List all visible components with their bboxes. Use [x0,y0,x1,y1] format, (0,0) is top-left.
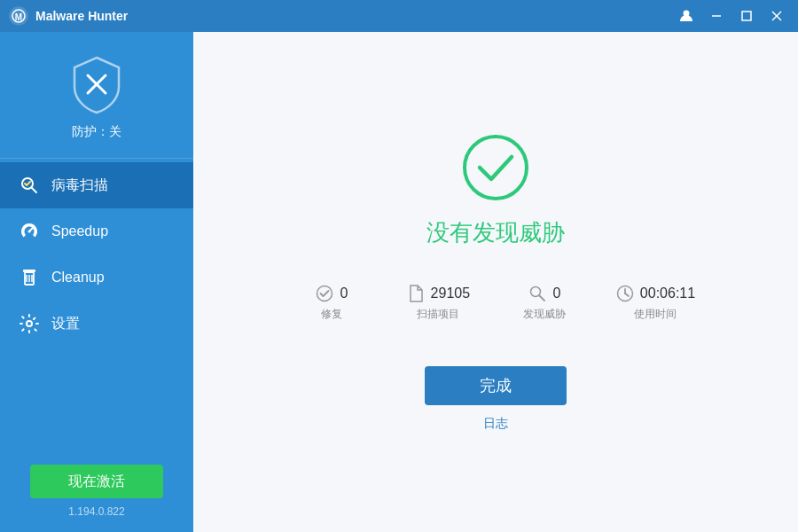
scanned-label: 扫描项目 [417,307,459,322]
protection-section: 防护：关 [0,32,193,159]
cleanup-icon [18,266,41,289]
svg-point-20 [465,137,527,199]
time-label: 使用时间 [634,307,677,322]
cleanup-label: Cleanup [51,270,105,286]
titlebar: M Malware Hunter [0,0,798,32]
clock-icon [615,284,635,303]
check-circle-icon [460,132,531,203]
sidebar-item-scan[interactable]: 病毒扫描 [0,162,193,208]
sidebar-footer: 现在激活 1.194.0.822 [0,450,193,532]
stat-fix: 0 修复 [296,284,367,322]
svg-text:M: M [15,12,22,22]
maximize-button[interactable] [734,6,759,26]
svg-point-22 [531,287,541,297]
sidebar: 防护：关 病毒扫描 [0,32,193,532]
settings-label: 设置 [51,315,80,333]
fix-number: 0 [340,286,348,301]
sidebar-item-settings[interactable]: 设置 [0,301,193,347]
settings-icon [18,312,41,335]
sidebar-item-speedup[interactable]: Speedup [0,208,193,254]
threats-icon [528,284,547,303]
activate-button[interactable]: 现在激活 [30,465,163,498]
content-area: 没有发现威胁 0 修复 [193,32,798,532]
svg-line-26 [625,293,629,296]
scan-icon [18,174,41,197]
svg-point-21 [317,286,332,301]
stat-threats: 0 发现威胁 [509,284,580,322]
stats-row: 0 修复 29105 扫描项目 [296,284,695,322]
svg-point-19 [27,321,32,326]
minimize-button[interactable] [704,6,729,26]
close-button[interactable] [764,6,789,26]
svg-line-11 [32,188,37,193]
log-link[interactable]: 日志 [483,416,508,432]
speedup-label: Speedup [51,223,108,239]
done-button[interactable]: 完成 [425,366,567,405]
version-label: 1.194.0.822 [68,505,124,518]
main-layout: 防护：关 病毒扫描 [0,32,798,532]
protection-status-label: 防护：关 [72,124,121,140]
status-section: 没有发现威胁 [426,132,565,248]
status-text: 没有发现威胁 [426,217,565,248]
window-controls [674,6,789,26]
threats-label: 发现威胁 [523,307,566,322]
time-number: 00:06:11 [640,286,695,301]
scan-label: 病毒扫描 [51,176,108,195]
app-logo-icon: M [9,6,28,26]
shield-icon [66,53,128,115]
sidebar-item-cleanup[interactable]: Cleanup [0,254,193,301]
user-button[interactable] [674,6,699,26]
fix-label: 修复 [321,307,342,322]
svg-point-13 [28,231,31,233]
stat-scanned: 29105 扫描项目 [403,284,473,322]
speedup-icon [18,220,41,243]
fix-icon [315,284,334,303]
app-title: Malware Hunter [35,9,674,23]
svg-rect-5 [742,12,751,20]
svg-line-23 [540,296,545,301]
scanned-number: 29105 [431,286,471,301]
nav-menu: 病毒扫描 Speedup [0,159,193,450]
file-icon [406,284,426,303]
threats-number: 0 [552,286,560,301]
stat-time: 00:06:11 使用时间 [615,284,695,322]
